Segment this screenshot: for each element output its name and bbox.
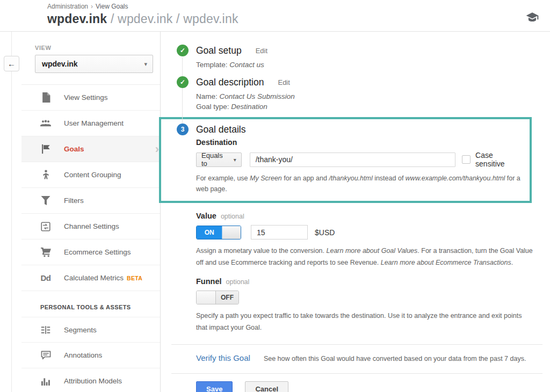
- step-goal-description: ✓ Goal description Edit: [177, 76, 550, 88]
- sidebar-item-user-management[interactable]: User Management: [21, 111, 160, 136]
- goal-setup-title: Goal setup: [196, 45, 242, 56]
- verify-description: See how often this Goal would have conve…: [264, 355, 526, 362]
- destination-help-text: For example, use My Screen for an app an…: [196, 173, 523, 194]
- page-title-property-view: / wpdev.ink / wpdev.ink: [107, 12, 238, 26]
- name-value: Contact Us Submission: [220, 92, 295, 100]
- sidebar-item-label: Ecommerce Settings: [64, 248, 131, 256]
- sidebar-item-ecommerce-settings[interactable]: Ecommerce Settings: [21, 239, 160, 265]
- match-type-dropdown[interactable]: Equals to ▾: [196, 153, 242, 167]
- beta-badge: BETA: [127, 275, 142, 281]
- sidebar-item-content-grouping[interactable]: Content Grouping: [21, 162, 160, 188]
- case-sensitive-label: Case sensitive: [475, 151, 523, 168]
- funnel-toggle[interactable]: OFF: [196, 291, 239, 304]
- breadcrumb-view-goals[interactable]: View Goals: [96, 3, 128, 10]
- destination-url-input[interactable]: [250, 153, 455, 167]
- breadcrumb-administration[interactable]: Administration: [47, 3, 88, 10]
- sidebar-item-label: Attribution Models: [64, 377, 122, 385]
- header: Administration›View Goals wpdev.ink / wp…: [0, 0, 550, 32]
- goal-details-title: Goal details: [196, 124, 245, 135]
- rail-divider: [11, 32, 12, 392]
- document-icon: [40, 92, 51, 103]
- destination-row: Equals to ▾ Case sensitive: [196, 151, 523, 168]
- ga-admin-goal-screen: Administration›View Goals wpdev.ink / wp…: [0, 0, 550, 392]
- match-type-value: Equals to: [201, 151, 230, 168]
- sidebar-item-label: Filters: [64, 197, 84, 205]
- funnel-toggle-knob: [197, 291, 216, 304]
- goal-description-title: Goal description: [196, 77, 264, 88]
- sidebar-item-view-settings[interactable]: View Settings: [21, 85, 160, 111]
- caret-down-icon: ▾: [234, 157, 236, 163]
- person-icon: [40, 170, 51, 180]
- goal-type-label: Goal type:: [196, 103, 229, 111]
- sidebar-item-label: View Settings: [64, 93, 108, 101]
- sidebar-item-label: User Management: [64, 119, 124, 127]
- funnel-toggle-off-label: OFF: [216, 291, 238, 304]
- view-label: VIEW: [35, 45, 160, 51]
- dd-icon: Dd: [40, 273, 51, 284]
- value-label: Value: [196, 212, 216, 220]
- step2-check-icon: ✓: [177, 76, 189, 88]
- sidebar-item-segments[interactable]: Segments: [21, 317, 160, 343]
- sidebar-item-channel-settings[interactable]: Channel Settings: [21, 214, 160, 239]
- template-value: Contact us: [229, 61, 264, 69]
- goal-setup-edit-link[interactable]: Edit: [256, 47, 267, 55]
- sidebar-item-label: Segments: [64, 326, 97, 334]
- name-label: Name:: [196, 92, 218, 100]
- currency-label: $USD: [315, 228, 335, 237]
- goal-type-value: Destination: [231, 103, 267, 111]
- step1-check-icon: ✓: [177, 45, 189, 56]
- funnel-help-text: Specify a path you expect traffic to tak…: [196, 310, 532, 333]
- goal-description-edit-link[interactable]: Edit: [278, 78, 290, 86]
- save-button[interactable]: Save: [196, 381, 233, 392]
- chevron-right-icon: ›: [155, 142, 159, 156]
- sidebar-item-label: Channel Settings: [64, 222, 119, 230]
- graduation-cap-icon[interactable]: [525, 11, 539, 25]
- left-rail: ←: [0, 32, 21, 392]
- back-button[interactable]: ←: [4, 56, 19, 71]
- bar-chart-icon: [40, 376, 51, 387]
- channel-icon: [40, 221, 51, 232]
- destination-label: Destination: [196, 138, 523, 147]
- view-selector-value: wpdev.ink: [42, 60, 144, 68]
- goal-description-summary: Name: Contact Us Submission Goal type: D…: [196, 91, 550, 112]
- ecommerce-transactions-link[interactable]: Ecommerce Transactions: [436, 259, 511, 266]
- cart-icon: [40, 247, 51, 258]
- funnel-section: Funnel optional OFF Specify a path you e…: [196, 277, 550, 333]
- page-title-account: wpdev.ink: [47, 12, 107, 26]
- caret-down-icon: ▾: [144, 61, 147, 68]
- step3-number: 3: [177, 124, 189, 135]
- sidebar-item-label: Annotations: [64, 351, 102, 359]
- funnel-icon: [40, 195, 51, 206]
- breadcrumb-separator-icon: ›: [91, 3, 93, 10]
- value-toggle-on-label: ON: [197, 226, 222, 239]
- breadcrumb: Administration›View Goals: [47, 3, 550, 10]
- cancel-button[interactable]: Cancel: [245, 381, 288, 392]
- sidebar-item-goals[interactable]: Goals ›: [21, 136, 160, 162]
- goal-details-highlight-box: 3 Goal details Destination Equals to ▾ C…: [159, 117, 532, 203]
- sidebar-section-personal-tools: PERSONAL TOOLS & ASSETS: [21, 291, 160, 317]
- page-title: wpdev.ink / wpdev.ink / wpdev.ink: [47, 12, 550, 26]
- sidebar-item-calculated-metrics[interactable]: Dd Calculated Metrics BETA: [21, 265, 160, 291]
- verify-row: Verify this Goal See how often this Goal…: [196, 353, 550, 362]
- sidebar-item-annotations[interactable]: Annotations: [21, 343, 160, 368]
- sidebar-item-label: Goals: [64, 145, 84, 153]
- view-selector[interactable]: wpdev.ink ▾: [35, 55, 153, 73]
- sidebar-nav: View Settings User Management Goals ›: [21, 84, 160, 392]
- step-goal-setup: ✓ Goal setup Edit: [177, 45, 550, 56]
- sidebar-item-attribution-models[interactable]: Attribution Models: [21, 368, 160, 392]
- value-amount-input[interactable]: [251, 225, 308, 239]
- goal-form: ✓ Goal setup Edit Template: Contact us ✓…: [161, 32, 550, 392]
- step-goal-details: 3 Goal details: [177, 124, 523, 135]
- sidebar-item-filters[interactable]: Filters: [21, 188, 160, 214]
- step-connector-line: [182, 57, 183, 128]
- sidebar-item-label: Calculated Metrics: [64, 274, 124, 282]
- verify-goal-link[interactable]: Verify this Goal: [196, 353, 250, 362]
- flag-icon: [40, 144, 51, 155]
- annotation-icon: [40, 350, 51, 361]
- sidebar: VIEW wpdev.ink ▾ View Settings User Mana…: [21, 32, 161, 392]
- case-sensitive-checkbox[interactable]: [462, 155, 471, 164]
- template-label: Template:: [196, 61, 228, 69]
- value-toggle[interactable]: ON: [196, 226, 241, 239]
- divider: [171, 344, 542, 345]
- goal-values-link[interactable]: Goal Values: [381, 247, 418, 255]
